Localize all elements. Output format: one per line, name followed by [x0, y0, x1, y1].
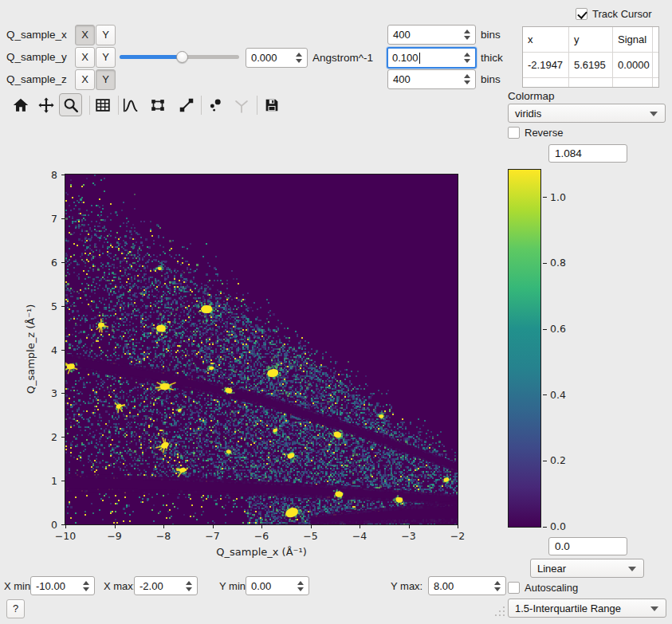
colorbar-tick	[543, 263, 547, 264]
grid-button[interactable]	[91, 93, 114, 116]
y-min-spinbox[interactable]: 0.00	[246, 576, 309, 595]
pan-icon	[37, 96, 55, 114]
x-tick	[115, 525, 116, 528]
colorbar-tick-label: 0.8	[550, 257, 566, 269]
colorbar-tick	[543, 527, 547, 528]
x-tick	[458, 525, 458, 528]
x-tick-label: −7	[205, 530, 219, 542]
colorbar-tick-label: 0.2	[550, 454, 566, 466]
zoom-button[interactable]	[59, 93, 82, 116]
checkbox-box[interactable]	[508, 582, 520, 594]
grid-icon	[94, 96, 112, 114]
chevron-down-icon	[628, 567, 636, 571]
slice-value-spinbox[interactable]: 0.000	[246, 48, 308, 68]
x-tick-label: −4	[352, 530, 367, 542]
nonorthogonal-axes-icon	[233, 96, 250, 114]
toolbar-separator	[201, 96, 202, 115]
track-cursor-label: Track Cursor	[592, 8, 652, 20]
x-tick	[65, 525, 66, 528]
spin-arrows[interactable]	[81, 577, 91, 595]
line-cut-button[interactable]	[175, 93, 198, 116]
peaks-overlay-button[interactable]	[203, 93, 226, 116]
checkbox-box[interactable]	[576, 8, 588, 20]
x-tick-label: −9	[107, 530, 121, 542]
colorbar-max-field[interactable]: 1.084	[548, 144, 627, 163]
y-min-label: Y min:	[219, 580, 249, 592]
splitter-grip[interactable]	[495, 606, 506, 618]
nonorthogonal-axes-button	[230, 93, 253, 116]
track-cursor-checkbox[interactable]: Track Cursor	[576, 8, 652, 20]
thickness-spinbox[interactable]: 0.100	[387, 47, 477, 69]
reverse-label: Reverse	[525, 127, 563, 139]
dim-label-qsampley: Q_sample_y	[6, 51, 67, 63]
y-tick-label: 8	[51, 169, 57, 181]
table-header-x: x	[523, 27, 569, 52]
autoscaling-checkbox[interactable]: Autoscaling	[508, 582, 578, 594]
region-of-interest-button[interactable]	[146, 93, 169, 116]
pan-button[interactable]	[34, 93, 57, 116]
bins-top-spinbox[interactable]: 400	[387, 25, 476, 45]
spin-arrows[interactable]	[294, 49, 304, 67]
spin-arrows[interactable]	[493, 577, 502, 595]
save-button[interactable]	[260, 93, 283, 116]
dim-label-qsamplez: Q_sample_z	[6, 73, 67, 85]
y-max-spinbox[interactable]: 8.00	[428, 576, 506, 595]
colormap-label: Colormap	[508, 90, 555, 102]
normalization-value: 1.5-Interquartile Range	[515, 602, 621, 614]
colorbar-max-value: 1.084	[555, 147, 582, 159]
slice-value-text: 0.000	[251, 52, 277, 64]
colorbar-tick-label: 1.0	[550, 191, 566, 203]
spin-arrows[interactable]	[184, 577, 194, 595]
bins-bottom-spinbox[interactable]: 400	[387, 69, 476, 89]
slice-viewer-window: { "app": { "bg": "#ebebeb", "accent": "#…	[0, 0, 672, 624]
qsampley-x-toggle[interactable]: X	[75, 47, 95, 68]
spin-arrows[interactable]	[462, 26, 472, 44]
cursor-info-table: x y Signal -2.1947 5.6195 0.0000	[522, 26, 659, 88]
y-tick	[61, 262, 65, 263]
y-tick	[61, 218, 65, 219]
x-max-label: X max:	[104, 580, 136, 592]
qsamplez-x-toggle[interactable]: X	[75, 69, 95, 90]
unit-label: Angstrom^-1	[312, 52, 373, 64]
y-tick-label: 6	[51, 256, 57, 268]
line-plots-button[interactable]	[119, 93, 142, 116]
y-tick-label: 5	[51, 300, 57, 312]
table-header-y: y	[569, 27, 613, 52]
normalization-dropdown[interactable]: 1.5-Interquartile Range	[508, 598, 666, 618]
y-tick	[61, 524, 65, 525]
qsampley-y-toggle[interactable]: Y	[96, 47, 116, 68]
qsamplex-x-toggle[interactable]: X	[75, 25, 95, 45]
help-button[interactable]: ?	[6, 599, 25, 618]
chevron-down-icon	[650, 112, 658, 116]
bins-top-label: bins	[481, 29, 501, 41]
x-tick	[360, 525, 360, 528]
home-button[interactable]	[9, 93, 32, 116]
chevron-down-icon	[650, 606, 658, 611]
x-min-value: -10.00	[36, 580, 65, 592]
reverse-checkbox[interactable]: Reverse	[508, 127, 563, 139]
colormap-dropdown[interactable]: viridis	[508, 104, 666, 123]
checkbox-box[interactable]	[508, 127, 520, 139]
spin-arrows[interactable]	[462, 49, 472, 67]
colorbar-min-field[interactable]: 0.0	[548, 537, 627, 555]
slice-slider[interactable]	[120, 55, 239, 59]
colorbar-tick-label: 0.0	[550, 520, 566, 532]
y-tick	[61, 437, 65, 438]
x-min-spinbox[interactable]: -10.00	[30, 576, 95, 595]
plot-area[interactable]	[65, 174, 458, 525]
line-cut-icon	[178, 96, 195, 114]
slider-handle[interactable]	[176, 51, 188, 63]
qsamplex-y-toggle[interactable]: Y	[96, 25, 116, 45]
y-tick-label: 7	[51, 212, 57, 224]
x-max-spinbox[interactable]: -2.00	[134, 576, 198, 595]
x-tick	[409, 525, 410, 528]
heatmap-canvas[interactable]	[65, 175, 458, 524]
table-cell-signal: 0.0000	[613, 53, 653, 77]
spin-arrows[interactable]	[462, 70, 472, 88]
scale-dropdown[interactable]: Linear	[530, 559, 644, 578]
toolbar-separator	[257, 96, 257, 115]
home-icon	[12, 96, 29, 114]
qsamplez-y-toggle[interactable]: Y	[96, 69, 116, 90]
dim-label-qsamplex: Q_sample_x	[6, 29, 67, 41]
spin-arrows[interactable]	[296, 577, 305, 595]
